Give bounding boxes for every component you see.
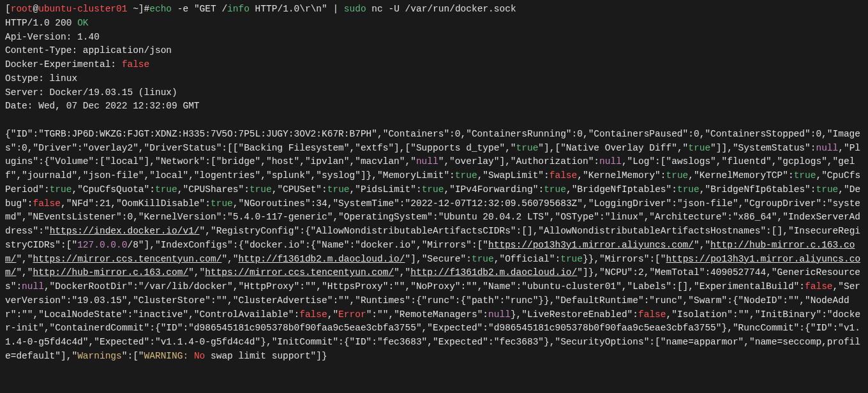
header-experimental: Docker-Experimental: false bbox=[5, 59, 149, 70]
prompt: [root@ubuntu-cluster01 ~]# bbox=[5, 4, 149, 14]
http-status: HTTP/1.0 200 OK bbox=[5, 18, 89, 28]
header-api-version: Api-Version: 1.40 bbox=[5, 32, 100, 42]
header-content-type: Content-Type: application/json bbox=[5, 45, 172, 56]
command-line: echo -e "GET /info HTTP/1.0\r\n" | sudo … bbox=[149, 4, 516, 14]
json-body: {"ID":"TGRB:JP6D:WKZG:FJGT:XDNZ:H335:7V5… bbox=[5, 129, 860, 361]
header-ostype: Ostype: linux bbox=[5, 73, 77, 84]
header-date: Date: Wed, 07 Dec 2022 12:32:09 GMT bbox=[5, 101, 200, 111]
terminal-output[interactable]: [root@ubuntu-cluster01 ~]#echo -e "GET /… bbox=[5, 3, 863, 364]
header-server: Server: Docker/19.03.15 (linux) bbox=[5, 87, 177, 98]
